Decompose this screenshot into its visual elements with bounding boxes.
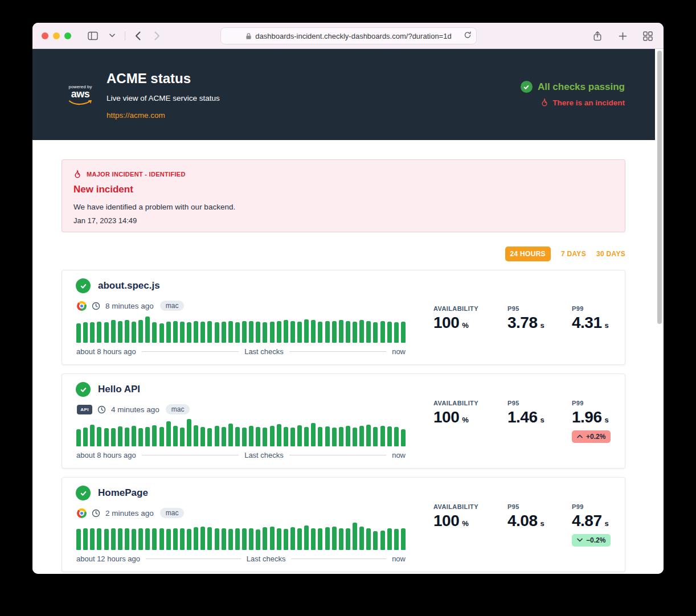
- check-passing-icon: [76, 486, 91, 500]
- chrome-browser-icon: [77, 301, 87, 311]
- chevron-down-icon[interactable]: [105, 29, 119, 43]
- chart-start-label: about 8 hours ago: [76, 347, 136, 356]
- check-result-bar: [394, 322, 399, 343]
- check-result-bar: [366, 321, 371, 343]
- availability-unit: %: [462, 416, 469, 424]
- check-result-bar: [132, 529, 136, 550]
- p99-unit: s: [605, 321, 609, 329]
- minimize-window-button[interactable]: [53, 32, 60, 39]
- check-result-bar: [346, 426, 350, 446]
- clock-icon: [92, 302, 100, 310]
- zoom-window-button[interactable]: [64, 32, 71, 39]
- check-result-bar: [387, 426, 392, 446]
- page-content: powered by aws ACME status Live view of …: [32, 49, 664, 574]
- p95-unit: s: [541, 519, 544, 528]
- check-name: about.spec.js: [98, 280, 160, 291]
- all-checks-passing-label: All checks passing: [538, 81, 625, 93]
- url-text: dashboards-incident.checkly-dashboards.c…: [255, 32, 451, 40]
- check-result-bar: [290, 527, 295, 550]
- check-result-bar: [159, 427, 164, 446]
- tab-30-days[interactable]: 30 DAYS: [596, 250, 625, 258]
- check-passing-icon: [76, 382, 91, 397]
- check-circle-icon: [521, 81, 533, 93]
- back-button[interactable]: [131, 29, 145, 43]
- time-range-tabs: 24 HOURS 7 DAYS 30 DAYS: [62, 247, 625, 261]
- browser-toolbar: dashboards-incident.checkly-dashboards.c…: [32, 23, 664, 49]
- check-result-bar: [145, 317, 150, 343]
- p95-value: 4.08: [507, 513, 538, 529]
- check-result-bar: [138, 320, 143, 343]
- check-result-bar: [187, 322, 191, 343]
- check-result-bar: [263, 322, 267, 343]
- check-result-bar: [83, 428, 88, 446]
- check-result-bar: [194, 321, 198, 343]
- check-result-bar: [290, 428, 295, 446]
- availability-value: 100: [433, 409, 459, 425]
- check-result-bar: [125, 428, 129, 446]
- tab-overview-icon[interactable]: [641, 29, 654, 43]
- address-bar[interactable]: dashboards-incident.checkly-dashboards.c…: [220, 27, 477, 44]
- check-result-bar: [318, 427, 322, 446]
- check-result-bar: [249, 528, 253, 550]
- incident-link[interactable]: There is an incident: [541, 98, 625, 107]
- check-result-bar: [90, 322, 95, 343]
- check-result-bar: [325, 527, 330, 550]
- check-result-bar: [90, 425, 95, 446]
- p95-label: P95: [507, 503, 572, 510]
- check-result-bar: [311, 528, 316, 550]
- check-result-bar: [311, 320, 316, 343]
- check-result-bar: [228, 424, 233, 446]
- flame-icon: [73, 170, 81, 179]
- check-result-bar: [83, 322, 88, 343]
- check-result-bar: [125, 320, 129, 343]
- site-link[interactable]: https://acme.com: [107, 111, 165, 120]
- flame-icon: [541, 98, 548, 107]
- check-result-bar: [118, 528, 122, 550]
- check-result-bar: [173, 321, 178, 343]
- chart-start-label: about 12 hours ago: [76, 555, 140, 563]
- check-result-bar: [97, 322, 101, 343]
- chart-start-label: about 8 hours ago: [76, 451, 136, 459]
- check-card-about-spec-js: about.spec.js 8 minutes ago mac about 8 …: [62, 270, 625, 365]
- check-result-bar: [270, 426, 275, 446]
- new-tab-icon[interactable]: [616, 29, 629, 43]
- check-result-bar: [152, 322, 157, 343]
- chart-axis-line: [289, 455, 386, 455]
- chart-axis-line: [142, 351, 239, 352]
- incident-description: We have identified a problem with our ba…: [73, 203, 613, 211]
- tab-7-days[interactable]: 7 DAYS: [561, 250, 586, 258]
- check-result-bar: [159, 323, 164, 343]
- tab-24-hours[interactable]: 24 HOURS: [505, 247, 551, 261]
- share-icon[interactable]: [591, 29, 604, 43]
- check-result-bar: [346, 321, 350, 343]
- check-result-bar: [76, 429, 81, 446]
- check-result-bar: [132, 322, 136, 343]
- check-result-bar: [263, 428, 267, 446]
- check-result-bar: [207, 321, 212, 343]
- sidebar-icon[interactable]: [86, 29, 100, 43]
- close-window-button[interactable]: [42, 32, 48, 39]
- check-result-bar: [242, 528, 247, 550]
- reload-icon[interactable]: [464, 31, 472, 41]
- chevron-up-icon: [577, 434, 583, 438]
- availability-unit: %: [462, 321, 469, 329]
- p99-unit: s: [605, 519, 609, 528]
- check-result-bar: [284, 320, 288, 343]
- check-result-bar: [173, 426, 178, 446]
- forward-button[interactable]: [150, 29, 164, 43]
- check-result-bar: [263, 527, 267, 550]
- check-result-bar: [353, 428, 357, 446]
- availability-label: AVAILABILITY: [433, 400, 507, 406]
- chart-axis-line: [146, 558, 241, 559]
- check-result-bar: [394, 529, 399, 550]
- check-result-bar: [366, 528, 371, 550]
- availability-unit: %: [462, 519, 469, 528]
- check-result-bar: [387, 528, 392, 550]
- check-result-bar: [152, 425, 157, 446]
- scrollbar-thumb[interactable]: [657, 51, 662, 324]
- chevron-down-icon: [577, 538, 583, 542]
- check-result-bar: [180, 528, 185, 550]
- incident-severity-label: MAJOR INCIDENT - IDENTIFIED: [87, 171, 186, 178]
- lock-icon: [245, 32, 252, 40]
- check-result-bar: [373, 427, 378, 446]
